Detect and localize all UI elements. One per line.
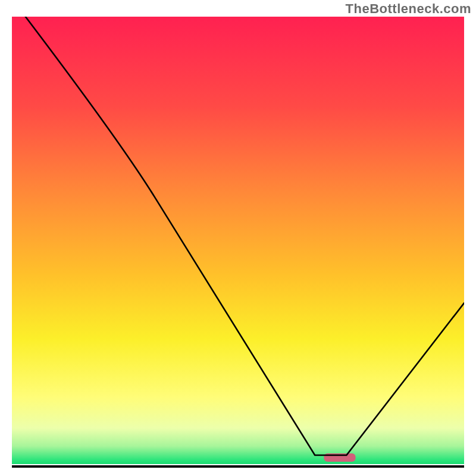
chart-container: TheBottleneck.com [0,0,476,476]
chart-svg [12,17,464,464]
gradient-background [12,17,464,464]
x-axis-line [12,465,464,468]
plot-area [12,17,464,464]
watermark-text: TheBottleneck.com [346,1,471,17]
